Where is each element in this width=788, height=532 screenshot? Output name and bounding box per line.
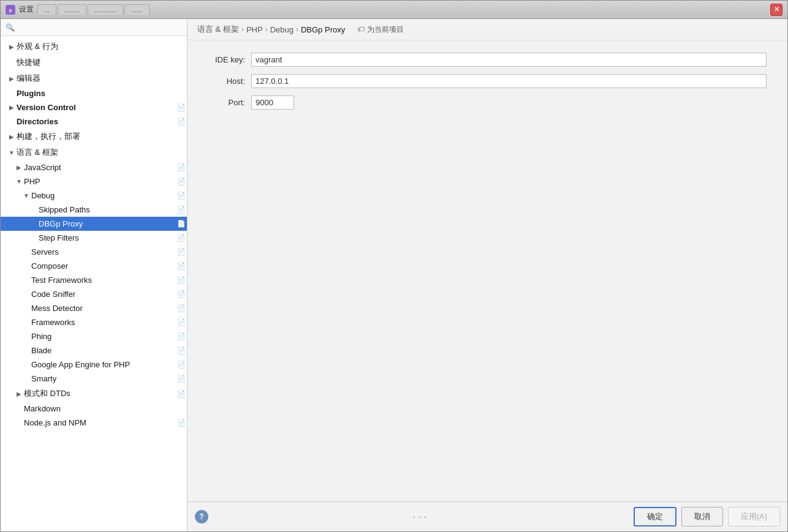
main-content: 🔍 ▶ 外观 & 行为 快捷键 ▶ 编辑器 (1, 19, 787, 531)
page-icon: 📄 (176, 178, 187, 185)
sidebar-item-composer[interactable]: Composer 📄 (1, 259, 187, 273)
sidebar-item-editor[interactable]: ▶ 编辑器 (1, 70, 187, 86)
arrow-icon: ▶ (8, 133, 15, 140)
sidebar-item-mess-detector[interactable]: Mess Detector 📄 (1, 301, 187, 315)
sidebar-item-blade[interactable]: Blade 📄 (1, 343, 187, 358)
arrow-icon: ▶ (15, 391, 23, 397)
ide-key-input[interactable] (251, 53, 767, 67)
tab-1[interactable]: ... (37, 4, 56, 15)
sidebar-item-label: PHP (23, 176, 176, 187)
sidebar-item-label: Servers (30, 247, 176, 257)
sidebar-item-label: 编辑器 (15, 72, 187, 84)
sidebar-item-skipped-paths[interactable]: Skipped Paths 📄 (1, 203, 187, 217)
titlebar: S 设置 ... ........ ............ ...... ✕ (1, 1, 787, 19)
breadcrumb-sep1: › (241, 25, 244, 34)
page-icon: 📄 (176, 248, 187, 256)
page-icon: 📄 (176, 290, 187, 298)
sidebar-item-label: Google App Engine for PHP (30, 359, 176, 370)
host-label: Host: (202, 77, 251, 86)
sidebar-item-directories[interactable]: Directories 📄 (1, 114, 187, 129)
page-icon: 📄 (176, 192, 187, 200)
nav-tree: ▶ 外观 & 行为 快捷键 ▶ 编辑器 Plugins (1, 36, 187, 531)
page-icon: 📄 (176, 375, 187, 383)
breadcrumb-dbgp: DBGp Proxy (301, 25, 345, 34)
apply-button[interactable]: 应用(A) (728, 507, 780, 526)
sidebar-item-label: 模式和 DTDs (23, 388, 176, 400)
sidebar-item-label: 快捷键 (15, 56, 187, 69)
sidebar-item-appearance[interactable]: ▶ 外观 & 行为 (1, 39, 187, 54)
arrow-icon: ▼ (15, 178, 23, 185)
tab-2[interactable]: ........ (58, 4, 86, 15)
host-input[interactable] (251, 74, 767, 88)
right-panel: 语言 & 框架 › PHP › Debug › DBGp Proxy 🏷 为当前… (188, 19, 787, 531)
project-flag: 🏷 为当前项目 (357, 24, 404, 35)
search-box: 🔍 (1, 19, 187, 36)
breadcrumb-php: PHP (246, 25, 263, 34)
sidebar-item-step-filters[interactable]: Step Filters 📄 (1, 231, 187, 245)
sidebar-item-label: Composer (30, 261, 176, 271)
sidebar-item-servers[interactable]: Servers 📄 (1, 245, 187, 259)
page-icon: 📄 (176, 361, 187, 369)
sidebar-item-label: Plugins (15, 88, 187, 99)
search-input[interactable] (17, 23, 182, 32)
sidebar-item-php[interactable]: ▼ PHP 📄 (1, 174, 187, 189)
sidebar-item-markdown[interactable]: Markdown (1, 402, 187, 416)
sidebar-item-phing[interactable]: Phing 📄 (1, 329, 187, 343)
sidebar-item-label: Skipped Paths (37, 204, 176, 215)
sidebar-item-build[interactable]: ▶ 构建，执行，部署 (1, 129, 187, 144)
sidebar-item-label: Directories (15, 116, 176, 127)
port-row: Port: (202, 96, 773, 110)
sidebar-item-nodejs[interactable]: Node.js and NPM 📄 (1, 416, 187, 430)
sidebar-item-test-frameworks[interactable]: Test Frameworks 📄 (1, 273, 187, 287)
port-label: Port: (202, 98, 251, 107)
page-icon: 📄 (176, 419, 187, 427)
sidebar-item-patterns-dtds[interactable]: ▶ 模式和 DTDs 📄 (1, 386, 187, 402)
port-input[interactable] (251, 96, 294, 110)
dots: ··· (412, 511, 429, 523)
sidebar-item-smarty[interactable]: Smarty 📄 (1, 372, 187, 386)
page-icon: 📄 (176, 234, 187, 242)
sidebar-item-debug[interactable]: ▼ Debug 📄 (1, 189, 187, 203)
sidebar-item-javascript[interactable]: ▶ JavaScript 📄 (1, 160, 187, 174)
breadcrumb-debug: Debug (270, 25, 294, 34)
page-icon: 📄 (176, 332, 187, 340)
sidebar-item-label: Frameworks (30, 317, 176, 328)
sidebar-item-label: Node.js and NPM (23, 418, 176, 428)
sidebar-item-version-control[interactable]: ▶ Version Control 📄 (1, 100, 187, 114)
help-button[interactable]: ? (195, 510, 208, 523)
titlebar-left: S 设置 ... ........ ............ ...... (6, 4, 150, 15)
arrow-icon: ▶ (15, 164, 23, 171)
sidebar-item-code-sniffer[interactable]: Code Sniffer 📄 (1, 287, 187, 301)
search-icon: 🔍 (6, 23, 15, 32)
breadcrumb-lang: 语言 & 框架 (197, 24, 239, 35)
sidebar-item-label: Blade (30, 345, 176, 356)
arrow-icon: ▶ (8, 43, 15, 50)
sidebar-item-keymap[interactable]: 快捷键 (1, 54, 187, 70)
sidebar-item-lang-framework[interactable]: ▼ 语言 & 框架 (1, 144, 187, 160)
flag-icon: 🏷 (357, 25, 365, 34)
breadcrumb: 语言 & 框架 › PHP › Debug › DBGp Proxy 🏷 为当前… (188, 19, 787, 40)
tab-3[interactable]: ............ (88, 4, 124, 15)
sidebar-item-plugins[interactable]: Plugins (1, 86, 187, 100)
sidebar-item-label: Phing (30, 331, 176, 342)
settings-window: S 设置 ... ........ ............ ...... ✕ … (0, 0, 788, 532)
sidebar-item-google-app-engine[interactable]: Google App Engine for PHP 📄 (1, 358, 187, 372)
page-icon: 📄 (176, 347, 187, 354)
tab-4[interactable]: ...... (124, 4, 149, 15)
ide-key-row: IDE key: (202, 53, 773, 67)
cancel-button[interactable]: 取消 (681, 507, 723, 526)
arrow-icon: ▶ (8, 75, 15, 82)
close-button[interactable]: ✕ (770, 4, 782, 16)
page-icon: 📄 (176, 118, 187, 126)
page-icon: 📄 (176, 163, 187, 171)
sidebar-item-label: Version Control (15, 102, 176, 113)
ok-button[interactable]: 确定 (634, 507, 676, 526)
svg-text:S: S (9, 8, 12, 13)
sidebar-item-label: Debug (30, 190, 176, 201)
sidebar-item-frameworks[interactable]: Frameworks 📄 (1, 315, 187, 329)
sidebar-item-label: Code Sniffer (30, 289, 176, 299)
sidebar-item-dbgp-proxy[interactable]: DBGp Proxy 📄 (1, 217, 187, 231)
bottom-bar: ? ··· 确定 取消 应用(A) (188, 501, 787, 531)
page-icon: 📄 (176, 103, 187, 111)
sidebar-item-label: Mess Detector (30, 303, 176, 313)
